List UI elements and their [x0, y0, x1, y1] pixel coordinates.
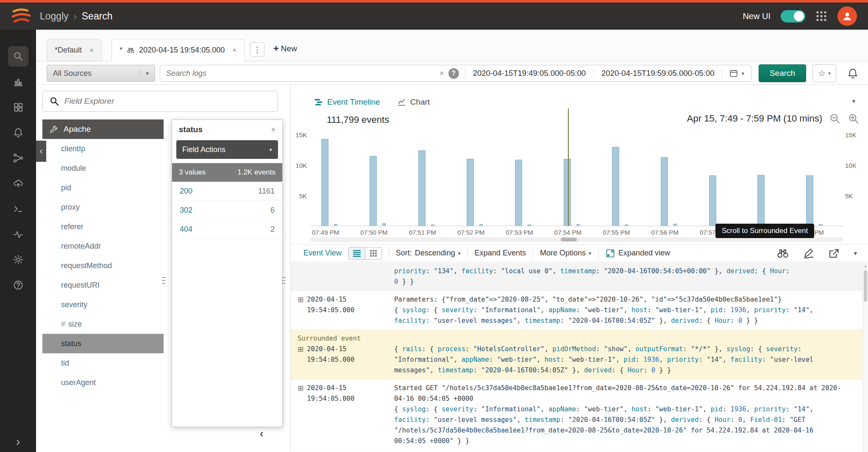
tab-event-timeline[interactable]: Event Timeline — [314, 97, 380, 107]
field-group-header[interactable]: Apache — [42, 119, 164, 139]
sidebar-dashboards-icon[interactable] — [8, 72, 28, 92]
bar-07:53 PM[interactable] — [515, 160, 522, 226]
field-item-status[interactable]: status — [42, 334, 164, 353]
bar-minor-07:55 PM[interactable] — [625, 225, 628, 226]
field-explorer-input[interactable] — [64, 97, 271, 106]
bar-07:59 PM[interactable] — [806, 175, 813, 226]
field-item-referer[interactable]: referer — [42, 217, 164, 236]
collapse-timeline-chevron[interactable]: ▾ — [852, 97, 855, 105]
field-item-pid[interactable]: pid — [42, 178, 164, 197]
collapse-panel-chevron[interactable]: ‹ — [260, 427, 264, 440]
chart-scrollbar-handle[interactable] — [561, 238, 577, 241]
source-groups-dropdown[interactable]: All Sources ▾ — [47, 65, 155, 82]
event-view-link[interactable]: Event View — [303, 249, 342, 258]
expand-events-button[interactable]: Expand Events — [475, 249, 526, 258]
sidebar-apps-icon[interactable] — [8, 97, 28, 117]
field-item-proxy[interactable]: proxy — [42, 197, 164, 217]
solarwinds-logo[interactable] — [11, 7, 31, 25]
bar-07:49 PM[interactable] — [321, 139, 328, 226]
date-to-field[interactable]: 2020-04-15T19:59:05.000-05:00 — [594, 69, 722, 78]
expanded-view-toggle[interactable]: Expanded view — [605, 248, 670, 258]
bar-07:51 PM[interactable] — [418, 150, 426, 226]
zoom-in-icon[interactable] — [848, 113, 860, 125]
log-event-parameters[interactable]: ⊞2020-04-15 19:54:05.000Parameters: {"fr… — [291, 291, 862, 330]
tab-chart[interactable]: Chart — [397, 97, 430, 107]
field-item-size[interactable]: #size — [42, 314, 164, 334]
saved-searches-button[interactable]: ☆ ▾ — [812, 64, 836, 82]
log-event-partial-top[interactable]: priority: "134", facility: "local use 0"… — [291, 263, 862, 291]
sidebar-help-icon[interactable] — [8, 275, 28, 295]
field-item-remoteAddr[interactable]: remoteAddr — [42, 236, 164, 256]
expand-event-icon[interactable]: ⊞ — [298, 344, 303, 376]
sidebar-live-tail-icon[interactable] — [8, 199, 28, 219]
search-help-icon[interactable]: ? — [448, 68, 459, 79]
bar-07:55 PM[interactable] — [612, 147, 619, 226]
list-view-button[interactable] — [348, 247, 365, 260]
bar-07:50 PM[interactable] — [370, 156, 377, 226]
sidebar-expand-chevron[interactable]: › — [0, 434, 36, 449]
field-item-tid[interactable]: tid — [42, 353, 164, 373]
new-ui-toggle[interactable] — [781, 10, 805, 22]
sidebar-source-groups-icon[interactable] — [8, 148, 28, 168]
field-value-link[interactable]: 404 — [180, 225, 192, 234]
new-tab-button[interactable]: + New — [273, 43, 297, 54]
search-logs-input[interactable] — [160, 69, 435, 78]
field-item-severity[interactable]: severity — [42, 295, 164, 314]
expand-event-icon[interactable]: ⊞ — [298, 294, 303, 326]
sidebar-alerts-icon[interactable] — [8, 122, 28, 143]
sidebar-archive-icon[interactable] — [8, 173, 28, 194]
close-icon[interactable]: × — [271, 125, 275, 134]
grid-view-button[interactable] — [365, 247, 382, 260]
field-item-userAgent[interactable]: userAgent — [42, 373, 164, 392]
user-avatar[interactable] — [837, 6, 857, 26]
bar-07:54 PM[interactable] — [564, 159, 571, 226]
tab-surround-search[interactable]: * 2020-04-15 19:54:05.000 × — [111, 39, 245, 61]
signature-annotate-icon[interactable] — [803, 247, 815, 259]
field-actions-dropdown[interactable]: Field Actions ▾ — [176, 140, 278, 159]
bar-07:58 PM[interactable] — [757, 175, 765, 226]
sidebar-search-icon[interactable] — [8, 46, 28, 67]
bar-minor-07:52 PM[interactable] — [479, 224, 483, 226]
breadcrumb-brand[interactable]: Loggly — [40, 11, 69, 22]
field-item-requestURI[interactable]: requestURI — [42, 275, 164, 295]
field-value-link[interactable]: 200 — [180, 187, 192, 196]
bar-07:56 PM[interactable] — [661, 157, 668, 226]
panel-resize-grip[interactable] — [281, 270, 286, 291]
zoom-out-icon[interactable] — [829, 113, 841, 125]
alerts-bell-button[interactable] — [844, 65, 862, 82]
field-item-requestMethod[interactable]: requestMethod — [42, 256, 164, 275]
expand-event-icon[interactable]: ⊞ — [298, 383, 303, 446]
find-surrounding-events-icon[interactable] — [776, 247, 789, 260]
bar-minor-07:56 PM[interactable] — [673, 224, 677, 226]
field-item-module[interactable]: module — [42, 158, 164, 178]
scroll-up-arrow[interactable]: ▴ — [863, 263, 868, 268]
bar-07:52 PM[interactable] — [467, 159, 474, 226]
share-export-icon[interactable] — [828, 247, 840, 259]
sidebar-pulse-icon[interactable] — [8, 224, 28, 244]
tab-close-icon[interactable]: × — [89, 46, 94, 55]
event-list-scrollbar[interactable]: ▴ — [862, 263, 868, 452]
bar-minor-07:54 PM[interactable] — [576, 224, 580, 226]
bar-minor-07:51 PM[interactable] — [431, 225, 434, 226]
event-scrollbar-handle[interactable] — [864, 270, 867, 302]
panel-resize-grip[interactable] — [161, 270, 166, 291]
more-options-dropdown[interactable]: More Options ▾ — [540, 249, 591, 258]
search-button[interactable]: Search — [759, 64, 806, 82]
log-event-partial-bottom[interactable]: ⊞2020-04-15 19:54:05.000Processing by Ho… — [291, 450, 862, 452]
date-from-field[interactable]: 2020-04-15T19:49:05.000-05:00 — [465, 69, 593, 78]
sort-dropdown[interactable]: Sort: Descending ▾ — [396, 249, 461, 258]
collapse-field-group-chevron[interactable]: ‹ — [36, 141, 46, 162]
field-value-link[interactable]: 302 — [180, 206, 192, 215]
clear-search-icon[interactable]: × — [435, 69, 448, 78]
bar-minor-07:49 PM[interactable] — [334, 224, 337, 226]
chevron-down-icon[interactable]: ▾ — [854, 250, 857, 257]
tab-default[interactable]: *Default × — [47, 39, 102, 61]
app-switcher-icon[interactable] — [815, 10, 827, 22]
bar-minor-07:53 PM[interactable] — [528, 225, 531, 226]
log-event-started-get[interactable]: ⊞2020-04-15 19:54:05.000Started GET "/ho… — [291, 380, 862, 450]
tab-close-icon[interactable]: × — [232, 46, 236, 55]
log-event-surrounded[interactable]: Surrounded event⊞2020-04-15 19:54:05.000… — [291, 330, 862, 380]
bar-07:57 PM[interactable] — [709, 175, 716, 226]
date-picker-button[interactable]: ▾ — [722, 69, 751, 78]
bar-minor-07:50 PM[interactable] — [382, 223, 386, 226]
